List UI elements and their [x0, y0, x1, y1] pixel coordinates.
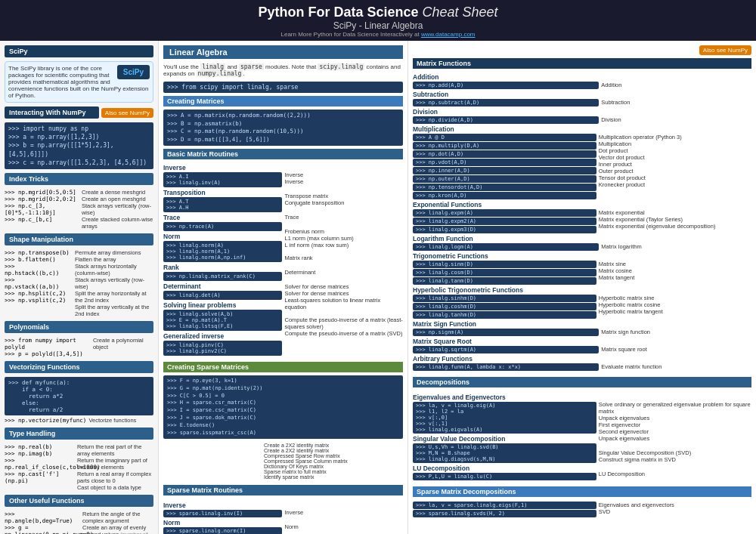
eig-code-2: >>> l1, l2 = la [416, 409, 593, 415]
mf-hyp-desc-3: Hyperbolic matrix tangent [599, 308, 751, 315]
other-code-2: >>> g = np.linspace(0,np.pi,num=8) [5, 524, 80, 534]
website-link[interactable]: www.datacamp.com [421, 31, 476, 38]
interacting-header: Interacting With NumPy [5, 106, 99, 119]
mf-exp-code-3: >>> linalg.expm3(D) [413, 226, 596, 233]
vec-code-2: if a < 0: [8, 386, 150, 393]
lu-header: LU Decomposition [413, 465, 596, 472]
sc-code-5: >>> I = sparse.csc_matrix(C) [167, 407, 399, 415]
sc-desc-5: Compressed Sparse Column matrix [264, 458, 348, 464]
eig-desc-4: Second eigenvector [599, 428, 751, 435]
cm-code-1: >>> A = np.matrix(np.random.random((2,2)… [167, 112, 399, 120]
lu-desc-1: LU Decomposition [599, 471, 751, 477]
sd-desc-1: Eigenvalues and eigenvectors [599, 502, 751, 508]
mf-div-row: >>> np.divide(A,D) Division [413, 116, 751, 124]
shape-header: Shape Manipulation [5, 233, 153, 245]
det-code: >>> linalg.det(A) [163, 291, 282, 300]
cm-code-3: >>> C = np.mat(np.random.random((10,5))) [167, 128, 399, 136]
mf-mult-header: Multiplication [413, 125, 751, 133]
shape-code-col: >>> np.transpose(b) >>> b.flatten() >>> … [5, 249, 73, 317]
sc-desc-1: Create a 2X2 identity matrix [264, 443, 348, 448]
sr-desc-col: Inverse Norm Solver for sparse matrices [285, 500, 404, 534]
shape-code-3: >>> np.hstack((b,c)) [5, 263, 73, 276]
scipy-section-header: SciPy [5, 45, 153, 57]
idx-code-3: >>> np.c_[3,[0]*5,-1:1:10j] [5, 202, 79, 216]
rank-code: >>> np.linalg.matrix_rank(C) [163, 272, 282, 281]
import-code: >>> from scipy import linalg, sparse [163, 82, 403, 93]
mf-arb-row: >>> linalg.funm(A, lambda x: x*x) Evalua… [413, 363, 751, 371]
other-desc-col: Return the angle of the complex argument… [82, 511, 153, 534]
index-tricks-header: Index Tricks [5, 173, 153, 185]
mf-exp-desc-1: Matrix exponential [599, 209, 751, 216]
subtitle: SciPy - Linear Algebra [8, 20, 748, 31]
sr-norm-header: Norm [163, 519, 282, 526]
scipy-description: SciPy The SciPy library is one of the co… [5, 61, 153, 103]
svd-code: >>> U,s,Vh = linalg.svd(B) >>> M,N = B.s… [413, 443, 596, 463]
poly-desc-col: Create a polynomial object [93, 337, 153, 357]
index-code-col: >>> np.mgrid[0:5,0:5] >>> np.mgrid[0:2,0… [5, 189, 79, 230]
sr-inverse-header: Inverse [163, 502, 282, 509]
sc-desc-2: Create a 2X2 identity matrix [264, 448, 348, 453]
sc-spacer [163, 443, 262, 480]
header: Python For Data Science Cheat Sheet SciP… [0, 0, 756, 41]
also-numpy-badge: Also see NumPy [101, 108, 153, 118]
mf-sqrt-desc: Matrix square root [601, 346, 751, 353]
inv-desc-2: Inverse [285, 178, 404, 185]
sd-code-2: >>> sparse.linalg.svds(H, 2) [413, 510, 596, 517]
sparse-creating-code: >>> F = np.eye(3, k=1) >>> G = np.mat(np… [163, 375, 403, 439]
mf-sqrt-code: >>> linalg.sqrtm(A) [413, 346, 599, 353]
mf-trig-area: >>> linalg.sinm(D) >>> linalg.cosm(D) >>… [413, 261, 751, 285]
sd-desc-col: Eigenvalues and eigenvectors SVD [599, 502, 751, 517]
mf-mult-code-1: >>> A @ D [413, 134, 596, 141]
mf-hyp-code-3: >>> linalg.tanhm(D) [413, 311, 596, 319]
scipy-logo: SciPy [117, 65, 150, 79]
polynomials-content: >>> from numpy import polyld >>> p = pol… [5, 337, 153, 357]
also-numpy-top-badge: Also see NumPy [699, 45, 751, 55]
mf-exp-codes: >>> linalg.expm(A) >>> linalg.expm2(A) >… [413, 209, 596, 233]
inv-code-2: >>> linalg.inv(A) [166, 180, 279, 186]
page-title: Python For Data Science Cheat Sheet [8, 5, 748, 20]
sd-desc-2: SVD [599, 508, 751, 515]
svd-code-3: >>> linalg.diagsvd(s,M,N) [416, 456, 593, 462]
middle-column: Linear Algebra You'll use the linalg and… [159, 41, 408, 534]
mf-mult-codes: >>> A @ D >>> np.multiply(D,A) >>> np.do… [413, 134, 596, 199]
solve-code-3: >>> linalg.lstsq(F,E) [166, 323, 279, 329]
idx-code-2: >>> np.mgrid[0:2,0:2] [5, 196, 79, 202]
mf-trig-desc-2: Matrix cosine [599, 267, 751, 274]
cheat-sheet-label: Cheat Sheet [418, 5, 497, 20]
mf-div-code: >>> np.divide(A,D) [413, 116, 599, 124]
vec-code-4: else: [8, 400, 150, 406]
basic-right-desc: Inverse Inverse Transpose matrix Conjuga… [285, 162, 404, 356]
trans-desc-1: Transpose matrix [285, 193, 404, 199]
mf-mult-desc-8: Kronecker product [599, 181, 751, 188]
shape-desc-2: Flatten the array [75, 256, 153, 263]
shape-code-5: >>> np.hsplit(c,2) [5, 290, 73, 297]
vectorize-content: >>> def myfunc(a): if a < 0: return a*2 … [5, 377, 153, 424]
sc-desc-6: Dictionary Of Keys matrix [264, 464, 348, 469]
type-code-4: >>> np.cast['f'](np.pi) [5, 471, 75, 484]
other-code-col: >>> np.angle(b,deg=True) >>> g = np.lins… [5, 511, 80, 534]
vec-code-3: return a*2 [8, 393, 150, 400]
mf-trig-codes: >>> linalg.sinm(D) >>> linalg.cosm(D) >>… [413, 261, 596, 285]
basic-matrix-content: Inverse >>> A.I >>> linalg.inv(A) Transp… [163, 162, 403, 356]
ginv-code-2: >>> linalg.pinv2(C) [166, 348, 279, 354]
mf-mult-desc-7: Tensor dot product [599, 174, 751, 181]
type-desc-4: Cast object to a data type [77, 484, 153, 491]
poly-code-2: >>> p = polyld([3,4,5]) [5, 350, 91, 357]
trace-code-1: >>> np.trace(A) [166, 224, 279, 230]
svd-header: Singular Value Decomposition [413, 435, 596, 443]
mf-hyp-area: >>> linalg.sinhm(D) >>> linalg.coshm(D) … [413, 295, 751, 319]
type-desc-3: Return a real array if complex parts clo… [77, 471, 153, 484]
determinant-header: Determinant [163, 282, 282, 290]
poly-code-1: >>> from numpy import polyld [5, 337, 91, 350]
sr-inv-code: >>> sparse.linalg.inv(I) [163, 510, 282, 517]
sr-norm-desc: Norm [285, 523, 404, 530]
creating-matrices-code: >>> A = np.matrix(np.random.random((2,2)… [163, 110, 403, 146]
left-column: SciPy SciPy The SciPy library is one of … [0, 41, 159, 534]
solve-desc-3: Least-squares solution to linear matrix … [285, 297, 404, 310]
mf-div-desc: Division [601, 116, 751, 124]
eig-desc-1: Solve ordinary or generalized eigenvalue… [599, 401, 751, 415]
mf-log-desc: Matrix logarithm [601, 243, 751, 251]
mf-mult-code-8: >>> np.kron(A,D) [413, 192, 596, 199]
sr-code-col: Inverse >>> sparse.linalg.inv(I) Norm >>… [163, 500, 282, 534]
learn-more: Learn More Python for Data Science Inter… [8, 31, 748, 38]
